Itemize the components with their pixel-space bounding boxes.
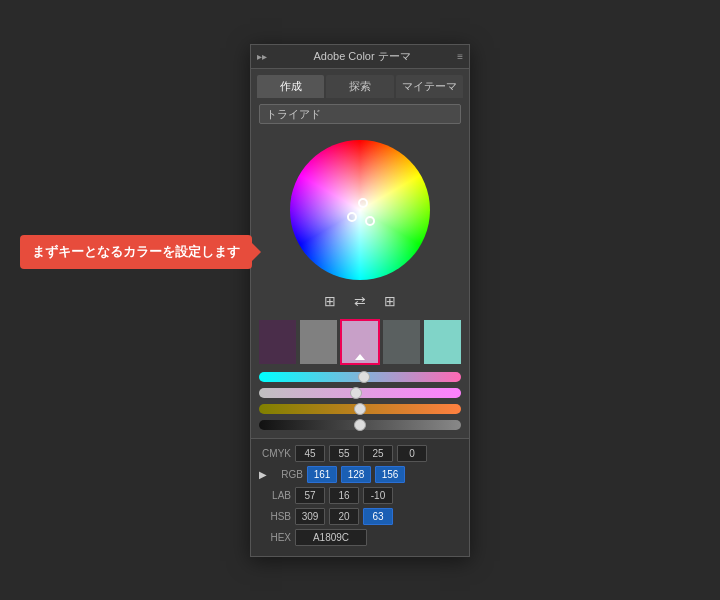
hex-input[interactable] xyxy=(295,529,367,546)
harmony-rule-select[interactable]: トライアド xyxy=(259,104,461,124)
lab-a-input[interactable] xyxy=(329,487,359,504)
hsb-b-input[interactable] xyxy=(363,508,393,525)
hex-label: HEX xyxy=(259,532,291,543)
tab-explore[interactable]: 探索 xyxy=(326,75,393,98)
slider-thumb-4[interactable] xyxy=(354,419,366,431)
sliders-area xyxy=(251,368,469,438)
slider-track-3[interactable] xyxy=(259,404,461,414)
lab-label: LAB xyxy=(259,490,291,501)
collapse-button[interactable]: ▸▸ xyxy=(257,51,267,62)
slider-thumb-2[interactable] xyxy=(350,387,362,399)
cmyk-m-input[interactable] xyxy=(329,445,359,462)
lab-row: LAB xyxy=(259,487,461,504)
grid-icon[interactable]: ⊞ xyxy=(381,292,399,310)
cmyk-k-input[interactable] xyxy=(397,445,427,462)
slider-track-2[interactable] xyxy=(259,388,461,398)
slider-thumb-3[interactable] xyxy=(354,403,366,415)
color-values-area: CMYK ▶ RGB LAB HSB xyxy=(251,438,469,556)
tab-bar: 作成 探索 マイテーマ xyxy=(251,69,469,98)
active-swatch-indicator xyxy=(355,354,365,360)
swatch-5[interactable] xyxy=(424,320,461,364)
adobe-color-panel: ▸▸ Adobe Color テーマ ≡ 作成 探索 マイテーマ トライアド ⊞… xyxy=(250,44,470,557)
cmyk-label: CMYK xyxy=(259,448,291,459)
color-wheel-area xyxy=(251,130,469,286)
cmyk-y-input[interactable] xyxy=(363,445,393,462)
tab-create[interactable]: 作成 xyxy=(257,75,324,98)
slider-track-4[interactable] xyxy=(259,420,461,430)
rgb-b-input[interactable] xyxy=(375,466,405,483)
rgb-g-input[interactable] xyxy=(341,466,371,483)
swatch-1[interactable] xyxy=(259,320,296,364)
hex-row: HEX xyxy=(259,529,461,546)
wheel-dot-2[interactable] xyxy=(347,212,357,222)
hsb-row: HSB xyxy=(259,508,461,525)
cmyk-row: CMYK xyxy=(259,445,461,462)
rgb-r-input[interactable] xyxy=(307,466,337,483)
swap-icon[interactable]: ⇄ xyxy=(351,292,369,310)
harmony-rule-row: トライアド xyxy=(251,98,469,130)
hsb-h-input[interactable] xyxy=(295,508,325,525)
lab-l-input[interactable] xyxy=(295,487,325,504)
tab-mytheme[interactable]: マイテーマ xyxy=(396,75,463,98)
swatch-4[interactable] xyxy=(383,320,420,364)
cmyk-c-input[interactable] xyxy=(295,445,325,462)
tool-icons-row: ⊞ ⇄ ⊞ xyxy=(251,286,469,316)
callout-tooltip: まずキーとなるカラーを設定します xyxy=(20,235,252,269)
hsb-label: HSB xyxy=(259,511,291,522)
slider-thumb-1[interactable] xyxy=(358,371,370,383)
color-wheel[interactable] xyxy=(290,140,430,280)
swatches-row xyxy=(251,316,469,368)
wheel-dot-1[interactable] xyxy=(358,198,368,208)
menu-button[interactable]: ≡ xyxy=(457,51,463,62)
titlebar: ▸▸ Adobe Color テーマ ≡ xyxy=(251,45,469,69)
swatch-2[interactable] xyxy=(300,320,337,364)
wheel-dot-3[interactable] xyxy=(365,216,375,226)
add-to-swatches-icon[interactable]: ⊞ xyxy=(321,292,339,310)
swatch-3[interactable] xyxy=(341,320,378,364)
hsb-s-input[interactable] xyxy=(329,508,359,525)
rgb-label: RGB xyxy=(271,469,303,480)
slider-track-1[interactable] xyxy=(259,372,461,382)
panel-title: Adobe Color テーマ xyxy=(313,49,410,64)
rgb-row: ▶ RGB xyxy=(259,466,461,483)
lab-b-input[interactable] xyxy=(363,487,393,504)
rgb-arrow[interactable]: ▶ xyxy=(259,469,267,480)
